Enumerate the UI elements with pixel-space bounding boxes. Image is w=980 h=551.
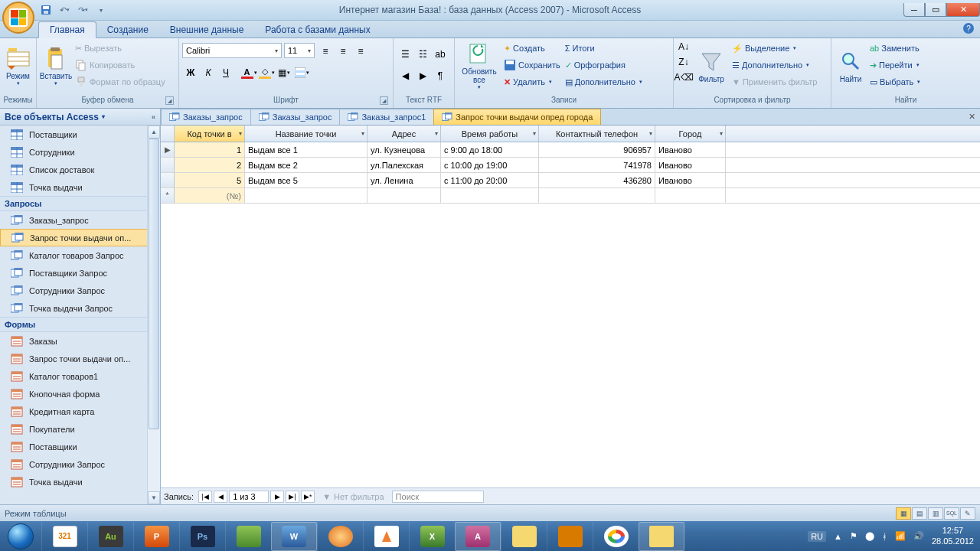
copy-button[interactable]: Копировать	[74, 57, 167, 73]
clear-sort-button[interactable]: A⌫	[677, 70, 691, 84]
fill-color-button[interactable]: ◇▾	[258, 64, 275, 81]
datasheet-view-button[interactable]: ▦	[896, 507, 911, 520]
nav-item-form[interactable]: Каталог товаров1	[0, 367, 160, 385]
increase-indent-button[interactable]: ▶	[414, 67, 431, 84]
chevron-down-icon[interactable]: ▾	[649, 130, 652, 137]
document-tab[interactable]: Запрос точки выдачи опред города	[433, 109, 601, 125]
column-header[interactable]: Адрес▾	[368, 126, 441, 142]
cell[interactable]	[368, 188, 441, 203]
taskbar-app[interactable]	[317, 522, 363, 551]
cell[interactable]: с 10:00 до 19:00	[441, 158, 539, 172]
cell[interactable]: Выдам все 5	[245, 173, 368, 187]
toggle-filter-button[interactable]: ▼Применить фильтр	[730, 73, 818, 90]
nav-item-form[interactable]: Поставщики	[0, 438, 160, 455]
tray-icon[interactable]: ▲	[834, 532, 842, 541]
align-right-button[interactable]: ≡	[352, 43, 369, 60]
row-selector[interactable]: *	[161, 188, 175, 203]
totals-button[interactable]: ΣИтоги	[564, 40, 644, 57]
text-highlight-button[interactable]: ab	[432, 46, 449, 63]
next-record-button[interactable]: ▶	[270, 491, 284, 503]
cell[interactable]: 2	[175, 158, 245, 172]
redo-icon[interactable]: ↷▾	[75, 2, 90, 18]
ribbon-tab-dbtools[interactable]: Работа с базами данных	[254, 22, 381, 37]
font-size-combo[interactable]: 11▾	[284, 43, 315, 58]
help-icon[interactable]: ?	[963, 23, 974, 34]
taskbar-app[interactable]	[593, 522, 639, 551]
gridlines-button[interactable]: ▦▾	[276, 64, 292, 81]
font-name-combo[interactable]: Calibri▾	[182, 43, 282, 58]
cell[interactable]: Иваново	[655, 142, 726, 157]
nav-item-table[interactable]: Поставщики	[0, 126, 160, 143]
scroll-thumb[interactable]	[149, 139, 159, 429]
navpane-header[interactable]: Все объекты Access▾ «	[0, 109, 160, 126]
chevron-down-icon[interactable]: ▾	[361, 130, 364, 137]
nav-item-query[interactable]: Заказы_запрос	[0, 211, 160, 229]
chevron-down-icon[interactable]: ▾	[239, 130, 242, 137]
column-header[interactable]: Название точки▾	[245, 126, 368, 142]
select-button[interactable]: ▭Выбрать▾	[868, 73, 922, 90]
cell[interactable]: 906957	[539, 142, 655, 157]
select-all-cell[interactable]	[161, 126, 175, 142]
nav-item-query[interactable]: Точка выдачи Запрос	[0, 299, 160, 317]
taskbar-app[interactable]	[225, 522, 271, 551]
save-record-button[interactable]: Сохранить	[502, 57, 562, 73]
column-header[interactable]: Контактный телефон▾	[539, 126, 655, 142]
record-search-box[interactable]: Поиск	[392, 491, 484, 503]
row-selector[interactable]	[161, 158, 175, 172]
office-button[interactable]	[2, 2, 34, 34]
cell[interactable]: с 9:00 до 18:00	[441, 142, 539, 157]
cut-button[interactable]: ✂Вырезать	[74, 40, 167, 57]
cell[interactable]: с 11:00 до 20:00	[441, 173, 539, 187]
goto-button[interactable]: ➔Перейти▾	[868, 57, 922, 73]
ribbon-tab-external[interactable]: Внешние данные	[159, 22, 255, 37]
cell[interactable]: Иваново	[655, 173, 726, 187]
cell[interactable]	[441, 188, 539, 203]
cell[interactable]: ул. Кузнецова	[368, 142, 441, 157]
save-icon[interactable]	[38, 2, 54, 18]
maximize-button[interactable]: ▭	[925, 3, 946, 17]
nav-item-form[interactable]: Покупатели	[0, 420, 160, 438]
underline-button[interactable]: Ч	[217, 64, 234, 81]
paste-button[interactable]: Вставить▾	[40, 40, 72, 92]
row-selector[interactable]	[161, 173, 175, 187]
prev-record-button[interactable]: ◀	[214, 491, 227, 503]
nav-item-query[interactable]: Каталог товаров Запрос	[0, 246, 160, 264]
nav-item-query[interactable]: Запрос точки выдачи оп...	[0, 229, 160, 246]
nav-item-table[interactable]: Точка выдачи	[0, 178, 160, 196]
cell[interactable]: (№)	[175, 188, 245, 203]
replace-button[interactable]: abЗаменить	[868, 40, 922, 57]
cell[interactable]: Выдам все 1	[245, 142, 368, 157]
align-center-button[interactable]: ≡	[335, 43, 351, 60]
scroll-up-icon[interactable]: ▲	[148, 126, 160, 139]
document-tab[interactable]: Заказы_запрос	[250, 109, 341, 125]
nav-item-form[interactable]: Кредитная карта	[0, 403, 160, 420]
dialog-launcher-icon[interactable]: ◢	[165, 96, 174, 105]
chevron-down-icon[interactable]: ▾	[533, 130, 536, 137]
delete-record-button[interactable]: ✕Удалить▾	[502, 73, 562, 90]
decrease-indent-button[interactable]: ◀	[397, 67, 413, 84]
first-record-button[interactable]: |◀	[198, 491, 212, 503]
taskbar-app[interactable]	[547, 522, 593, 551]
nav-item-table[interactable]: Сотрудники	[0, 143, 160, 161]
cell[interactable]	[655, 188, 726, 203]
document-tab[interactable]: Заказы_запрос	[161, 109, 251, 125]
pivot-chart-view-button[interactable]: ▥	[928, 507, 943, 520]
nav-section-queries[interactable]: Запросы⌃	[0, 196, 160, 211]
cell[interactable]: Выдам все 2	[245, 158, 368, 172]
font-color-button[interactable]: A▾	[240, 64, 257, 81]
nav-item-form[interactable]: Заказы	[0, 332, 160, 350]
view-button[interactable]: Режим▾	[3, 40, 33, 92]
close-button[interactable]: ✕	[946, 3, 980, 17]
numbering-button[interactable]: ☷	[414, 46, 431, 63]
ribbon-tab-home[interactable]: Главная	[38, 21, 96, 38]
taskbar-clock[interactable]: 12:5728.05.2012	[932, 526, 974, 546]
taskbar-app[interactable]	[363, 522, 409, 551]
nav-item-table[interactable]: Список доставок	[0, 161, 160, 178]
record-position-box[interactable]: 1 из 3	[229, 491, 269, 503]
row-selector[interactable]: ▶	[161, 142, 175, 157]
find-button[interactable]: Найти	[835, 40, 867, 92]
new-record-row[interactable]: * (№)	[161, 188, 980, 204]
cell[interactable]: 741978	[539, 158, 655, 172]
document-close-button[interactable]: ✕	[966, 111, 977, 122]
cell[interactable]: ул. Ленина	[368, 173, 441, 187]
